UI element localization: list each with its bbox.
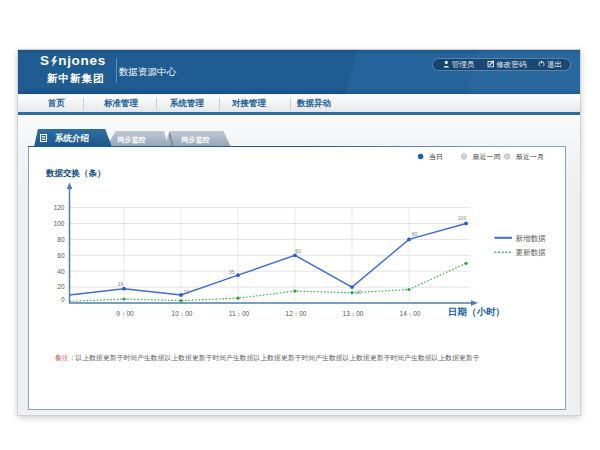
svg-text:80: 80 bbox=[412, 231, 418, 237]
svg-text:120: 120 bbox=[54, 204, 65, 211]
svg-text:40: 40 bbox=[57, 268, 65, 275]
svg-text:更新数据: 更新数据 bbox=[516, 248, 547, 257]
svg-text:10: 10 bbox=[183, 289, 189, 295]
svg-text:新增数据: 新增数据 bbox=[516, 234, 547, 243]
svg-text:60: 60 bbox=[57, 252, 65, 259]
svg-text:20: 20 bbox=[57, 283, 65, 290]
svg-text:14：00: 14：00 bbox=[400, 310, 421, 317]
svg-text:100: 100 bbox=[54, 220, 65, 227]
svg-text:最近一月: 最近一月 bbox=[516, 153, 544, 161]
svg-text:10：00: 10：00 bbox=[172, 310, 193, 317]
svg-text:11：00: 11：00 bbox=[229, 310, 250, 317]
svg-text:数据交换（条）: 数据交换（条） bbox=[45, 168, 106, 178]
svg-text:18: 18 bbox=[118, 281, 124, 287]
svg-text:当日: 当日 bbox=[429, 153, 443, 161]
svg-text:9：00: 9：00 bbox=[116, 310, 134, 317]
svg-text:100: 100 bbox=[458, 215, 467, 221]
svg-text:日期（小时）: 日期（小时） bbox=[448, 306, 505, 318]
svg-text:12：00: 12：00 bbox=[286, 310, 307, 317]
svg-text:60: 60 bbox=[295, 248, 301, 254]
svg-text:10: 10 bbox=[356, 289, 362, 295]
svg-text:13：00: 13：00 bbox=[343, 310, 364, 317]
svg-text:最近一周: 最近一周 bbox=[473, 153, 501, 160]
svg-text:80: 80 bbox=[57, 236, 65, 243]
svg-text:35: 35 bbox=[229, 269, 235, 275]
svg-text:0: 0 bbox=[61, 296, 65, 303]
